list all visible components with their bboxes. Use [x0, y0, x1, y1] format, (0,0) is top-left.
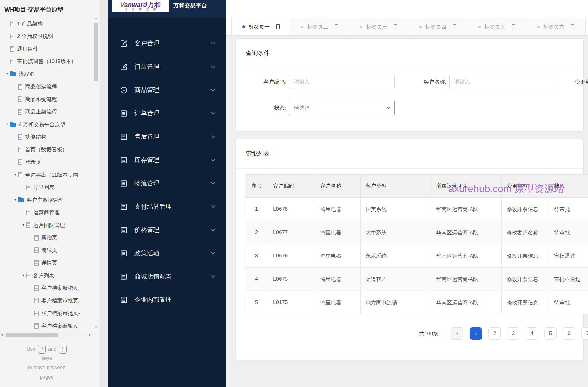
collapse-arrow-icon[interactable]: ▼ — [21, 223, 26, 227]
folder-icon — [18, 198, 24, 202]
page-button[interactable]: 5 — [544, 327, 557, 340]
sitemap-item[interactable]: ▼导出列表 — [0, 181, 94, 194]
close-icon[interactable] — [276, 24, 280, 29]
sitemap-item-label: 通用组件 — [17, 45, 38, 53]
sitemap-item[interactable]: ▼运营团队管理 — [0, 219, 94, 232]
sitemap-item[interactable]: ▼商品创建流程 — [0, 81, 94, 93]
sitemap-item[interactable]: ▼商品系统流程 — [0, 93, 94, 106]
column-header: 所属运营团队 — [431, 174, 502, 198]
sitemap-item[interactable]: ▼2 全局权限说明 — [0, 30, 94, 43]
sitemap-item[interactable]: ▼全局导出（11版本，两 — [0, 168, 94, 181]
scrollbar-thumb[interactable] — [94, 23, 98, 81]
radio-dot-icon — [537, 26, 540, 28]
scroll-left-icon[interactable]: ◀ — [1, 333, 3, 336]
nav-item-label: 政策活动 — [134, 249, 159, 257]
sitemap-item[interactable]: ▼客户档案审批页- — [0, 294, 94, 307]
nav-item[interactable]: 订单管理 — [108, 102, 226, 125]
sitemap-item[interactable]: ▼通用组件 — [0, 43, 94, 55]
sitemap-item[interactable]: ▼客户档案新增页 — [0, 282, 94, 295]
approval-table: 序号客户编码客户名称客户类型所属运营团队变更类型状态1L0678鸿星电器国美系统… — [245, 174, 588, 314]
nav-item[interactable]: 支付结算管理 — [108, 195, 226, 218]
customer-code-input[interactable] — [289, 75, 395, 89]
close-icon[interactable] — [453, 24, 456, 29]
nav-item[interactable]: 门店管理 — [108, 55, 226, 78]
sitemap-item[interactable]: ▼首页（数据看板） — [0, 143, 94, 156]
sitemap-item[interactable]: ▼编辑页 — [0, 244, 94, 257]
collapse-arrow-icon[interactable]: ▼ — [21, 274, 26, 277]
sitemap-item[interactable]: ▼登录页 — [0, 156, 94, 169]
tab[interactable]: 标签页四 — [408, 18, 467, 35]
page-button[interactable]: 7 — [581, 327, 588, 340]
sitemap-item-label: 流程图 — [19, 71, 34, 78]
scroll-right-icon[interactable]: ▶ — [89, 333, 91, 336]
customer-name-input[interactable] — [449, 75, 555, 89]
scroll-up-icon[interactable]: ▲ — [94, 17, 98, 20]
sitemap-item[interactable]: ▼功能结构 — [0, 131, 94, 144]
nav-item[interactable]: 库存管理 — [108, 148, 226, 172]
sitemap-horizontal-scrollbar[interactable]: ◀ ▶ — [0, 332, 93, 338]
table-cell: L0676 — [268, 244, 315, 268]
scrollbar-thumb[interactable] — [6, 333, 58, 337]
sitemap-item-label: 1 产品架构 — [17, 20, 43, 27]
collapse-arrow-icon[interactable]: ▼ — [4, 72, 10, 76]
nav-item[interactable]: 企业内部管理 — [108, 288, 226, 311]
nav-item[interactable]: 商城店铺配置 — [108, 265, 226, 288]
tab[interactable]: 标签页五 — [467, 18, 526, 35]
nav-item-label: 企业内部管理 — [134, 296, 172, 304]
close-icon[interactable] — [571, 24, 574, 29]
table-cell: 2 — [245, 221, 268, 244]
list-icon — [120, 296, 128, 304]
prev-page-button[interactable]: ‹ — [451, 327, 463, 340]
sitemap-item[interactable]: ▼4 万和交易平台原型 — [0, 118, 94, 131]
radio-dot-icon — [360, 26, 362, 28]
sitemap-item[interactable]: ▼客户列表 — [0, 269, 94, 282]
table-cell: 华南区运营商-A队 — [431, 291, 502, 314]
sitemap-item[interactable]: ▼客户主数据管理 — [0, 194, 94, 206]
sitemap-item[interactable]: ▼详情页 — [0, 257, 94, 270]
page-button[interactable]: 6 — [563, 327, 575, 340]
sitemap-item[interactable]: ▼审批流调整（1015版本） — [0, 55, 94, 68]
page-button[interactable]: 1 — [470, 327, 482, 340]
close-icon[interactable] — [335, 24, 338, 29]
page-button[interactable]: 2 — [488, 327, 501, 340]
page-button[interactable]: 3 — [507, 327, 519, 340]
sitemap-item-label: 2 全局权限说明 — [17, 33, 53, 40]
hint-text: and — [48, 344, 57, 354]
collapse-arrow-icon[interactable]: ▼ — [4, 123, 10, 126]
table-cell: 大中系统 — [361, 221, 431, 244]
sitemap-item[interactable]: ▼新增页 — [0, 232, 94, 244]
table-row: 1L0678鸿星电器国美系统华南区运营商-A队修改开票信息待审批 — [245, 198, 588, 221]
nav-item[interactable]: 售后管理 — [108, 125, 226, 148]
close-icon[interactable] — [394, 24, 397, 29]
tab[interactable]: 标签页二 — [290, 18, 349, 35]
sitemap-vertical-scrollbar[interactable]: ▲ ▼ — [94, 17, 98, 331]
nav-item[interactable]: 物流管理 — [108, 172, 226, 195]
table-cell: 4 — [245, 268, 268, 291]
page-button[interactable]: 4 — [526, 327, 538, 340]
table-cell: L0175 — [268, 291, 315, 314]
nav-item[interactable]: 价格管理 — [108, 218, 226, 242]
table-row: 2L0677鸿星电器大中系统华南区运营商-A队修改客户名称待审批 — [245, 221, 588, 244]
sitemap-item-label: 审批流调整（1015版本） — [17, 58, 76, 65]
nav-item-label: 商品管理 — [134, 86, 159, 94]
status-select[interactable]: 请选择 — [289, 101, 395, 115]
sitemap-item[interactable]: ▼商品上架流程 — [0, 106, 94, 118]
collapse-arrow-icon[interactable]: ▼ — [12, 173, 18, 176]
sitemap-item[interactable]: ▼运营商管理 — [0, 206, 94, 219]
nav-item[interactable]: 政策活动 — [108, 242, 226, 265]
nav-item[interactable]: 商品管理 — [108, 78, 226, 102]
sitemap-item[interactable]: ▼客户档案编辑页 — [0, 320, 94, 332]
tab[interactable]: 标签页六 — [526, 18, 586, 35]
page-icon — [10, 46, 14, 52]
sitemap-item[interactable]: ▼流程图 — [0, 68, 94, 81]
scroll-down-icon[interactable]: ▼ — [94, 326, 98, 329]
tab[interactable]: 标签页一 — [231, 18, 290, 35]
nav-item[interactable]: 客户管理 — [108, 32, 226, 55]
query-panel: 查询条件 客户编码: 客户名称: 变更类 状态: 请选择 — [235, 38, 584, 131]
collapse-arrow-icon[interactable]: ▼ — [12, 198, 18, 201]
tab[interactable]: 标签页三 — [349, 18, 408, 35]
close-icon[interactable] — [512, 24, 515, 29]
sitemap-item-label: 商品创建流程 — [25, 83, 57, 90]
sitemap-item[interactable]: ▼1 产品架构 — [0, 17, 94, 30]
sitemap-item[interactable]: ▼客户档案审批页- — [0, 307, 94, 320]
